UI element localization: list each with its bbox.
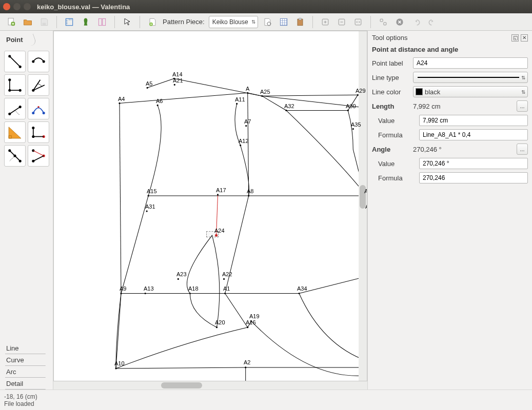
- horizontal-scrollbar[interactable]: [53, 381, 367, 389]
- window-minimize-button[interactable]: [13, 3, 21, 10]
- point-label-A4[interactable]: A4: [118, 96, 125, 102]
- measurements-button[interactable]: [62, 15, 76, 29]
- svg-point-98: [247, 326, 248, 328]
- tool-tab-arc[interactable]: Arc: [5, 366, 53, 378]
- point-label-A24[interactable]: A24: [214, 228, 225, 234]
- point-label-A18[interactable]: A18: [188, 285, 199, 292]
- main-toolbar: Pattern Piece: Keiko Blouse: [0, 13, 532, 31]
- add-piece-button[interactable]: [145, 15, 160, 29]
- redo-button[interactable]: [425, 15, 440, 29]
- status-message: File loaded: [4, 400, 528, 407]
- point-label-A6[interactable]: A6: [156, 98, 163, 104]
- length-formula-input[interactable]: [419, 129, 528, 140]
- angle-formula-caption: Formula: [378, 174, 415, 182]
- point-label-A21[interactable]: A21: [173, 77, 183, 84]
- window-maximize-button[interactable]: [24, 3, 31, 10]
- point-label-A9[interactable]: A9: [120, 285, 126, 292]
- point-label-A17[interactable]: A17: [216, 187, 226, 193]
- point-label-A19[interactable]: A19: [249, 313, 260, 319]
- body-button[interactable]: [78, 15, 93, 29]
- tool-triangle[interactable]: [4, 121, 26, 143]
- svg-point-84: [245, 366, 246, 368]
- zoom-out-button[interactable]: [334, 15, 349, 29]
- svg-line-32: [10, 107, 20, 114]
- point-label-A12[interactable]: A12: [239, 138, 249, 144]
- svg-rect-2: [43, 23, 46, 25]
- table-button[interactable]: [277, 15, 291, 29]
- point-label-A22[interactable]: A22: [222, 271, 232, 277]
- content-area: Point Line Curve Arc Detail AA1A2A3A4A5A…: [0, 31, 532, 389]
- point-label-A7[interactable]: A7: [244, 118, 251, 125]
- panel-close-button[interactable]: ✕: [521, 34, 528, 42]
- open-file-button[interactable]: [21, 15, 35, 29]
- point-label-A30[interactable]: A30: [346, 103, 356, 109]
- tool-endline[interactable]: [4, 51, 26, 72]
- angle-value-input[interactable]: [419, 158, 528, 169]
- new-file-button[interactable]: [4, 15, 18, 29]
- point-label-A5[interactable]: A5: [146, 80, 152, 87]
- tool-lineintersect[interactable]: [28, 145, 49, 167]
- point-label-A29[interactable]: A29: [356, 88, 366, 94]
- tool-shoulder[interactable]: [28, 74, 49, 96]
- point-label-A10[interactable]: A10: [114, 360, 125, 366]
- point-label-A8[interactable]: A8: [247, 188, 253, 194]
- clipboard-button[interactable]: [293, 15, 307, 29]
- save-file-button[interactable]: [37, 15, 51, 29]
- point-label-A20[interactable]: A20: [215, 319, 225, 325]
- angle-formula-input[interactable]: [419, 172, 528, 183]
- length-fx-button[interactable]: ...: [517, 100, 528, 112]
- window-close-button[interactable]: [3, 3, 10, 10]
- pointer-tool-button[interactable]: [120, 15, 134, 29]
- svg-line-75: [116, 294, 121, 368]
- svg-line-19: [10, 56, 20, 67]
- length-caption: Length: [372, 102, 409, 110]
- tool-pointofintersection[interactable]: [28, 121, 49, 143]
- point-label-A14[interactable]: A14: [172, 71, 183, 77]
- point-label-A32[interactable]: A32: [284, 103, 294, 109]
- drawing-canvas[interactable]: AA1A2A3A4A5A6A7A8A9A10A11A12A13A14A15A16…: [53, 31, 367, 381]
- tool-normal[interactable]: [4, 98, 26, 119]
- point-label-A[interactable]: A: [246, 86, 249, 92]
- svg-line-54: [120, 103, 121, 293]
- point-label-A23[interactable]: A23: [176, 271, 187, 277]
- point-label-input[interactable]: [413, 57, 528, 69]
- pattern-button[interactable]: [95, 15, 109, 29]
- point-label-A13[interactable]: A13: [144, 285, 154, 292]
- line-color-select[interactable]: black: [413, 86, 528, 97]
- length-value-input[interactable]: [419, 115, 528, 126]
- tool-tab-line[interactable]: Line: [5, 342, 53, 354]
- point-label-A36[interactable]: A36: [364, 188, 367, 194]
- point-label-A31[interactable]: A31: [145, 203, 155, 210]
- tool-tab-curve[interactable]: Curve: [5, 354, 53, 366]
- panel-detach-button[interactable]: ◱: [511, 34, 519, 42]
- undo-button[interactable]: [409, 15, 423, 29]
- point-label-A25[interactable]: A25: [260, 89, 270, 95]
- tool-bisector[interactable]: [28, 98, 49, 119]
- svg-line-52: [33, 156, 44, 161]
- stop-button[interactable]: [392, 15, 407, 29]
- config-piece-button[interactable]: [260, 15, 274, 29]
- tool-tab-point[interactable]: Point: [5, 34, 30, 46]
- point-label-A1[interactable]: A1: [223, 285, 230, 292]
- point-label-A35[interactable]: A35: [351, 121, 361, 128]
- tool-tab-detail[interactable]: Detail: [5, 378, 53, 389]
- tool-height[interactable]: [4, 145, 26, 167]
- zoom-in-button[interactable]: [318, 15, 332, 29]
- zoom-original-button[interactable]: [376, 15, 390, 29]
- line-type-select[interactable]: [413, 72, 528, 83]
- angle-fx-button[interactable]: ...: [517, 144, 528, 155]
- tool-line[interactable]: [28, 51, 49, 72]
- zoom-fit-button[interactable]: [351, 15, 365, 29]
- svg-point-83: [224, 293, 226, 294]
- point-label-A34[interactable]: A34: [297, 285, 307, 292]
- point-label-A37[interactable]: A37: [365, 203, 367, 210]
- tool-panel: Point Line Curve Arc Detail: [0, 31, 53, 389]
- tool-alongline[interactable]: [4, 74, 26, 96]
- svg-rect-8: [280, 18, 287, 25]
- point-label-A16[interactable]: A16: [246, 319, 256, 325]
- point-label-A15[interactable]: A15: [147, 188, 157, 194]
- svg-rect-15: [384, 22, 386, 25]
- pattern-piece-select[interactable]: Keiko Blouse: [209, 16, 258, 28]
- point-label-A2[interactable]: A2: [244, 359, 250, 365]
- point-label-A11[interactable]: A11: [235, 96, 245, 102]
